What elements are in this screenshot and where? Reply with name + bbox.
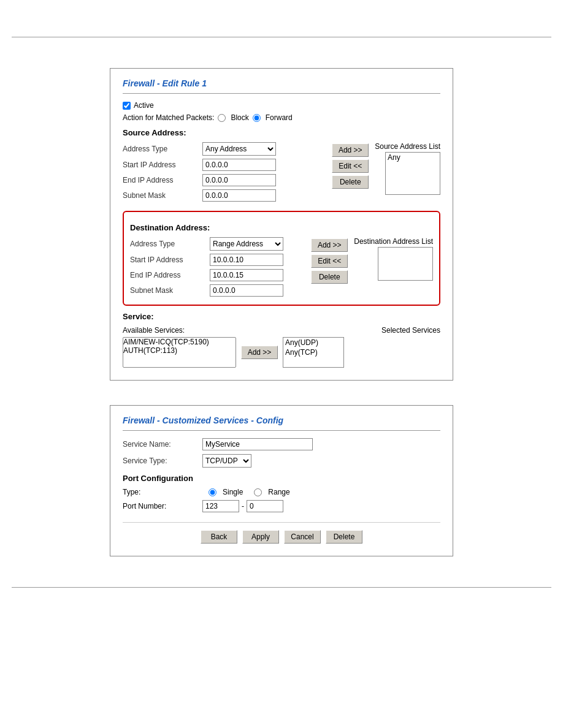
selected-services-list[interactable]: Any(UDP) Any(TCP)	[283, 337, 344, 368]
dest-start-ip-label: Start IP Address	[130, 256, 210, 264]
source-list-area: Source Address List Any	[375, 142, 440, 195]
dest-add-button[interactable]: Add >>	[311, 238, 348, 252]
top-rule	[12, 37, 551, 37]
forward-label: Forward	[266, 113, 293, 122]
block-radio[interactable]	[218, 114, 226, 122]
source-subnet-label: Subnet Mask	[123, 191, 202, 200]
source-end-ip-row: End IP Address	[123, 174, 326, 186]
dest-type-row: Address Type Range Address	[130, 237, 305, 251]
service-type-label: Service Type:	[123, 457, 202, 465]
active-checkbox[interactable]	[123, 102, 131, 110]
panel2-divider	[123, 430, 440, 431]
source-list-item: Any	[386, 153, 440, 162]
source-address-section: Address Type Any Address Start IP Addres…	[123, 142, 440, 205]
panel2-button-row: Back Apply Cancel Delete	[123, 522, 440, 544]
port-number-start-input[interactable]	[202, 500, 239, 512]
dest-type-label: Address Type	[130, 240, 210, 248]
dest-edit-button[interactable]: Edit <<	[311, 254, 348, 268]
source-list-label: Source Address List	[375, 142, 440, 151]
range-label: Range	[268, 488, 289, 496]
available-services-area: AIM/NEW-ICQ(TCP:5190) AUTH(TCP:113)	[123, 337, 236, 368]
source-type-label: Address Type	[123, 145, 202, 153]
source-subnet-input[interactable]	[202, 189, 276, 202]
service-name-label: Service Name:	[123, 440, 202, 449]
service-section: Service: Available Services: Selected Se…	[123, 312, 440, 368]
block-label: Block	[231, 113, 248, 122]
dest-subnet-label: Subnet Mask	[130, 286, 210, 295]
panel1-title: Firewall - Edit Rule 1	[123, 78, 440, 88]
dest-address-type-select[interactable]: Range Address	[210, 237, 283, 251]
selected-services-label: Selected Services	[381, 326, 440, 335]
service-add-button[interactable]: Add >>	[241, 346, 278, 359]
back-button[interactable]: Back	[201, 530, 237, 544]
source-delete-button[interactable]: Delete	[332, 175, 369, 189]
source-start-ip-input[interactable]	[202, 159, 276, 171]
port-config-section: Port Configuration Type: Single Range Po…	[123, 474, 440, 512]
port-type-row: Type: Single Range	[123, 488, 440, 496]
dest-end-ip-row: End IP Address	[130, 269, 305, 281]
service-name-row: Service Name:	[123, 438, 440, 450]
available-services-label: Available Services:	[123, 326, 185, 335]
single-radio[interactable]	[209, 488, 216, 496]
port-number-label: Port Number:	[123, 502, 202, 510]
port-dash: -	[242, 502, 244, 510]
dest-list-box[interactable]	[378, 247, 433, 281]
action-label: Action for Matched Packets:	[123, 113, 214, 122]
range-radio[interactable]	[254, 488, 262, 496]
source-start-ip-label: Start IP Address	[123, 161, 202, 169]
dest-start-ip-row: Start IP Address	[130, 254, 305, 266]
service-section-label: Service:	[123, 312, 440, 321]
destination-address-section: Destination Address: Address Type Range …	[123, 211, 440, 306]
dest-start-ip-input[interactable]	[210, 254, 283, 266]
dest-buttons: Add >> Edit << Delete	[311, 237, 348, 284]
service-type-row: Service Type: TCP/UDP	[123, 454, 440, 468]
source-list-box[interactable]: Any	[385, 152, 440, 195]
destination-section-label: Destination Address:	[130, 223, 433, 232]
dest-list-label: Destination Address List	[354, 237, 433, 246]
dest-end-ip-label: End IP Address	[130, 271, 210, 279]
panel1-divider	[123, 93, 440, 94]
active-checkbox-row: Active	[123, 101, 440, 110]
single-label: Single	[223, 488, 243, 496]
dest-delete-button[interactable]: Delete	[311, 270, 348, 284]
source-type-row: Address Type Any Address	[123, 142, 326, 156]
available-services-list[interactable]: AIM/NEW-ICQ(TCP:5190) AUTH(TCP:113)	[123, 337, 236, 368]
delete-button[interactable]: Delete	[326, 530, 362, 544]
cancel-button[interactable]: Cancel	[284, 530, 321, 544]
source-end-ip-label: End IP Address	[123, 176, 202, 184]
source-edit-button[interactable]: Edit <<	[332, 159, 369, 173]
source-section-label: Source Address:	[123, 128, 440, 137]
dest-end-ip-input[interactable]	[210, 269, 283, 281]
customized-services-panel: Firewall - Customized Services - Config …	[110, 405, 453, 556]
dest-list-area: Destination Address List	[354, 237, 433, 281]
action-row: Action for Matched Packets: Block Forwar…	[123, 113, 440, 122]
port-number-end-input[interactable]	[247, 500, 283, 512]
selected-service-tcp: Any(TCP)	[283, 347, 343, 357]
service-name-input[interactable]	[202, 438, 313, 450]
selected-service-udp: Any(UDP)	[283, 338, 343, 347]
apply-button[interactable]: Apply	[242, 530, 279, 544]
source-add-button[interactable]: Add >>	[332, 143, 369, 157]
port-config-label: Port Configuration	[123, 474, 440, 483]
dest-subnet-input[interactable]	[210, 284, 283, 297]
forward-radio[interactable]	[253, 114, 261, 122]
active-label: Active	[134, 101, 154, 110]
firewall-edit-rule-panel: Firewall - Edit Rule 1 Active Action for…	[110, 68, 453, 381]
dest-address-fields: Address Type Range Address Start IP Addr…	[130, 237, 305, 300]
service-option-auth: AUTH(TCP:113)	[123, 346, 236, 355]
source-buttons: Add >> Edit << Delete	[332, 142, 369, 189]
source-address-type-select[interactable]: Any Address	[202, 142, 276, 156]
source-subnet-row: Subnet Mask	[123, 189, 326, 202]
panel2-title: Firewall - Customized Services - Config	[123, 415, 440, 425]
source-address-fields: Address Type Any Address Start IP Addres…	[123, 142, 326, 205]
source-start-ip-row: Start IP Address	[123, 159, 326, 171]
service-type-select[interactable]: TCP/UDP	[202, 454, 251, 468]
bottom-rule	[12, 587, 551, 588]
service-row: AIM/NEW-ICQ(TCP:5190) AUTH(TCP:113) Add …	[123, 337, 440, 368]
service-option-aim: AIM/NEW-ICQ(TCP:5190)	[123, 338, 236, 346]
dest-subnet-row: Subnet Mask	[130, 284, 305, 297]
port-type-label: Type:	[123, 488, 202, 496]
port-number-row: Port Number: -	[123, 500, 440, 512]
source-end-ip-input[interactable]	[202, 174, 276, 186]
